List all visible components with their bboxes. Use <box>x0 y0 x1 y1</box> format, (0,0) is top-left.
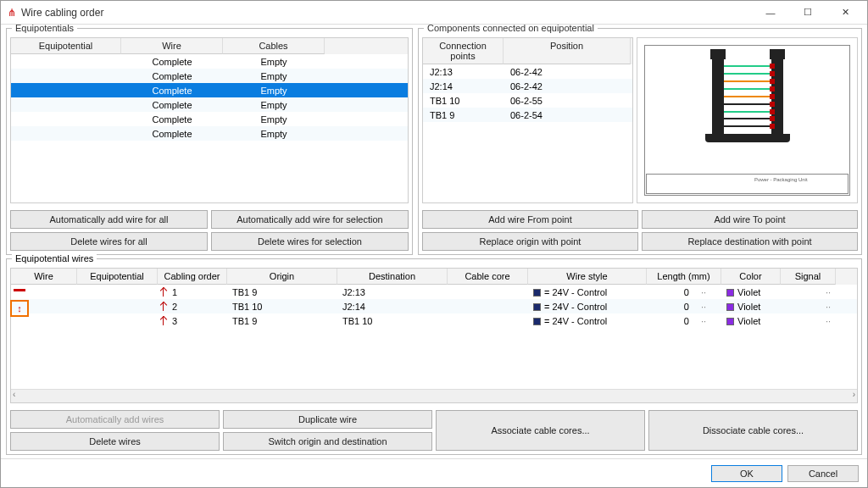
associate-cores-button[interactable]: Associate cable cores... <box>436 410 645 451</box>
col-signal[interactable]: Signal <box>781 269 836 285</box>
equipotential-row[interactable]: CompleteEmpty <box>11 126 408 141</box>
cell-destination: J2:14 <box>337 302 448 312</box>
wire-tool-icons: ↕ <box>8 281 34 319</box>
add-wire-from-button[interactable]: Add wire From point <box>422 210 638 229</box>
components-grid[interactable]: Connection points Position J2:1306-2-42J… <box>422 37 633 203</box>
add-wire-to-button[interactable]: Add wire To point <box>642 210 858 229</box>
wire-icon <box>14 289 25 291</box>
dissociate-cores-button[interactable]: Dissociate cable cores... <box>648 410 858 451</box>
component-row[interactable]: TB1 906-2-54 <box>423 108 632 122</box>
equipotentials-header: Equipotential Wire Cables <box>11 38 408 54</box>
components-legend: Components connected on equipotential <box>424 25 598 33</box>
cell-position: 06-2-54 <box>504 110 631 120</box>
cell-connection-point: J2:13 <box>423 67 504 77</box>
component-row[interactable]: J2:1306-2-42 <box>423 64 632 79</box>
equipotential-row[interactable]: CompleteEmpty <box>11 112 408 126</box>
component-row[interactable]: TB1 1006-2-55 <box>423 93 632 108</box>
cell-wire: Complete <box>121 57 223 67</box>
col-cables[interactable]: Cables <box>223 38 325 54</box>
horizontal-scrollbar[interactable]: ‹› <box>11 389 857 402</box>
delete-wires-button[interactable]: Delete wires <box>10 432 220 451</box>
schematic-preview[interactable]: Power - Packaging Unit <box>637 37 858 203</box>
col-equipotential[interactable]: Equipotential <box>11 38 121 54</box>
wire-row[interactable]: 2TB1 10J2:14= 24V - Control0··Violet·· <box>11 299 857 313</box>
titlebar: ⋔ Wire cabling order — ☐ ✕ <box>1 1 867 25</box>
wire-tool-icon[interactable] <box>10 281 29 298</box>
close-button[interactable]: ✕ <box>826 2 864 24</box>
components-list-area: Connection points Position J2:1306-2-42J… <box>419 29 635 207</box>
col-cabling-order[interactable]: Cabling order <box>158 269 227 285</box>
device-graphic <box>705 49 790 142</box>
duplicate-wire-button[interactable]: Duplicate wire <box>223 410 432 429</box>
order-arrow-icon <box>163 288 170 297</box>
style-swatch-icon <box>533 303 541 311</box>
cell-color: Violet <box>721 287 781 297</box>
cell-cables: Empty <box>223 86 325 96</box>
cell-connection-point: TB1 9 <box>423 110 504 120</box>
cell-origin: TB1 9 <box>227 287 337 297</box>
equipotentials-buttons: Automatically add wire for all Automatic… <box>10 210 409 251</box>
replace-origin-button[interactable]: Replace origin with point <box>422 232 638 251</box>
equipotentials-grid[interactable]: Equipotential Wire Cables CompleteEmptyC… <box>10 37 409 203</box>
cell-origin: TB1 9 <box>227 316 337 326</box>
equipotential-row[interactable]: CompleteEmpty <box>11 69 408 83</box>
col-wire-style[interactable]: Wire style <box>528 269 647 285</box>
col-connection-points[interactable]: Connection points <box>423 38 504 64</box>
wires-body: 1TB1 9J2:13= 24V - Control0··Violet··2TB… <box>11 285 857 389</box>
cell-wire: Complete <box>121 100 223 110</box>
equipotential-row[interactable]: CompleteEmpty <box>11 54 408 69</box>
equipotential-row[interactable]: CompleteEmpty <box>11 97 408 112</box>
auto-add-selection-button[interactable]: Automatically add wire for selection <box>211 210 409 229</box>
equipotentials-body: CompleteEmptyCompleteEmptyCompleteEmptyC… <box>11 54 408 202</box>
col-origin[interactable]: Origin <box>227 269 337 285</box>
scroll-left-icon[interactable]: ‹ <box>13 390 15 402</box>
maximize-button[interactable]: ☐ <box>789 2 826 24</box>
replace-destination-button[interactable]: Replace destination with point <box>642 232 858 251</box>
col-destination[interactable]: Destination <box>337 269 448 285</box>
col-position[interactable]: Position <box>504 38 631 64</box>
minimize-button[interactable]: — <box>752 2 789 24</box>
color-swatch-icon <box>726 303 734 311</box>
ok-button[interactable]: OK <box>711 465 782 482</box>
wires-panel: Equipotential wires ↕ Wire Equipotential… <box>6 258 862 455</box>
equipotential-row[interactable]: CompleteEmpty <box>11 83 408 97</box>
dialog-window: ⋔ Wire cabling order — ☐ ✕ Equipotential… <box>0 0 868 488</box>
equipotentials-panel: Equipotentials Equipotential Wire Cables… <box>6 28 413 255</box>
cell-cables: Empty <box>223 57 325 67</box>
col-length[interactable]: Length (mm) <box>647 269 721 285</box>
cell-origin: TB1 10 <box>227 302 337 312</box>
order-arrow-icon <box>163 317 170 325</box>
switch-origin-dest-button[interactable]: Switch origin and destination <box>223 432 432 451</box>
col-cable-core[interactable]: Cable core <box>448 269 528 285</box>
cell-style: = 24V - Control <box>528 302 647 312</box>
auto-add-wires-button[interactable]: Automatically add wires <box>10 410 220 429</box>
equipotentials-legend: Equipotentials <box>12 25 77 33</box>
col-equipotential[interactable]: Equipotential <box>77 269 158 285</box>
wire-row[interactable]: 3TB1 9TB1 10= 24V - Control0··Violet·· <box>11 313 857 328</box>
cell-length: 0·· <box>647 302 721 312</box>
app-icon: ⋔ <box>8 7 16 19</box>
cell-signal: ·· <box>781 302 836 312</box>
cell-order: 2 <box>158 302 227 312</box>
col-color[interactable]: Color <box>721 269 781 285</box>
delete-selection-button[interactable]: Delete wires for selection <box>211 232 409 251</box>
cell-cables: Empty <box>223 100 325 110</box>
scroll-right-icon[interactable]: › <box>853 390 855 402</box>
dialog-content: Equipotentials Equipotential Wire Cables… <box>1 25 867 458</box>
component-row[interactable]: J2:1406-2-42 <box>423 79 632 93</box>
cell-wire: Complete <box>121 86 223 96</box>
style-swatch-icon <box>533 318 541 325</box>
components-header: Connection points Position <box>423 38 632 64</box>
wires-grid[interactable]: Wire Equipotential Cabling order Origin … <box>10 268 858 403</box>
cancel-button[interactable]: Cancel <box>787 465 859 482</box>
cell-position: 06-2-55 <box>504 96 631 106</box>
swap-tool-icon[interactable]: ↕ <box>10 300 29 317</box>
cell-connection-point: J2:14 <box>423 81 504 92</box>
delete-all-button[interactable]: Delete wires for all <box>10 232 208 251</box>
auto-add-all-button[interactable]: Automatically add wire for all <box>10 210 208 229</box>
cell-length: 0·· <box>647 316 721 326</box>
drawing-titleblock: Power - Packaging Unit <box>646 174 849 194</box>
cell-cables: Empty <box>223 114 325 125</box>
col-wire[interactable]: Wire <box>121 38 223 54</box>
wire-row[interactable]: 1TB1 9J2:13= 24V - Control0··Violet·· <box>11 285 857 299</box>
